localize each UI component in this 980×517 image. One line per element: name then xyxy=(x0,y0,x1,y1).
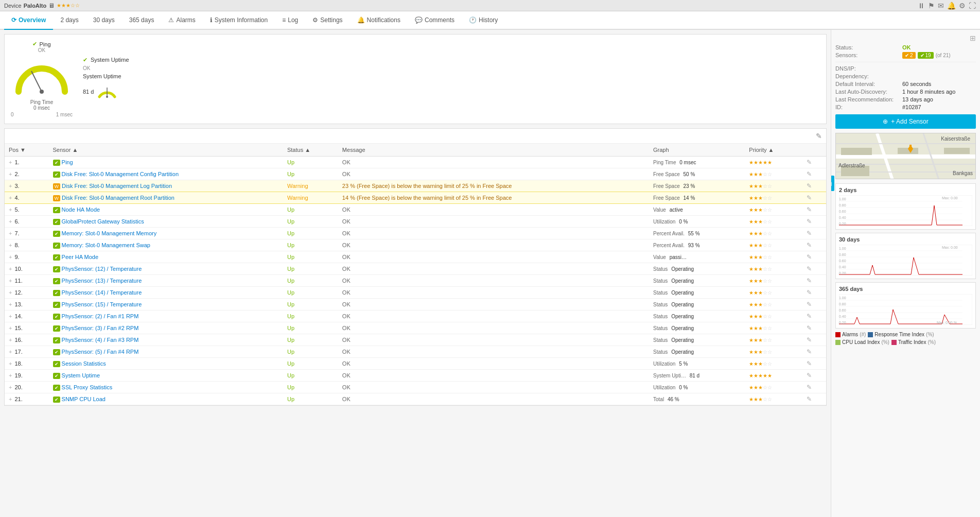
row-edit-icon[interactable]: ✎ xyxy=(807,170,812,178)
row-edit-icon[interactable]: ✎ xyxy=(807,384,812,391)
sensor-name-link[interactable]: PhysSensor: (5) / Fan #4 RPM xyxy=(62,349,139,355)
pause-icon[interactable]: ⏸ xyxy=(918,2,925,10)
drag-handle[interactable]: + xyxy=(9,218,12,225)
sensor-name-link[interactable]: GlobalProtect Gateway Statistics xyxy=(62,218,144,225)
col-pos[interactable]: Pos ▼ xyxy=(5,144,49,157)
row-edit-icon[interactable]: ✎ xyxy=(807,324,812,332)
sensor-name-link[interactable]: Ping xyxy=(62,159,73,165)
tab-2days[interactable]: 2 days xyxy=(53,11,85,30)
bell-icon[interactable]: 🔔 xyxy=(947,2,956,10)
drag-handle[interactable]: + xyxy=(9,278,12,284)
drag-handle[interactable]: + xyxy=(9,325,12,331)
row-edit-icon[interactable]: ✎ xyxy=(807,182,812,189)
sensor-name-link[interactable]: PhysSensor: (13) / Temperature xyxy=(62,278,142,284)
drag-handle[interactable]: + xyxy=(9,360,12,367)
drag-handle[interactable]: + xyxy=(9,254,12,260)
flag-icon[interactable]: ⚑ xyxy=(928,2,935,10)
sensor-name-link[interactable]: PhysSensor: (14) / Temperature xyxy=(62,289,142,296)
drag-handle[interactable]: + xyxy=(9,266,12,272)
cell-priority: ★★★☆☆ xyxy=(745,192,802,204)
col-sensor[interactable]: Sensor ▲ xyxy=(49,144,283,157)
sensor-name-link[interactable]: Memory: Slot-0 Management Swap xyxy=(62,242,150,248)
tab-log[interactable]: ≡ Log xyxy=(275,11,305,30)
drag-handle[interactable]: + xyxy=(9,195,12,201)
drag-handle[interactable]: + xyxy=(9,349,12,355)
tab-history[interactable]: 🕐 History xyxy=(462,11,505,30)
star-rating[interactable]: ★★★☆☆ xyxy=(57,3,80,8)
sensor-name-link[interactable]: Disk Free: Slot-0 Management Log Partiti… xyxy=(62,183,172,189)
drag-handle[interactable]: + xyxy=(9,289,12,296)
tab-settings[interactable]: ⚙ Settings xyxy=(305,11,349,30)
add-sensor-button[interactable]: ⊕ + Add Sensor xyxy=(835,114,976,129)
row-edit-icon[interactable]: ✎ xyxy=(807,395,812,403)
row-edit-icon[interactable]: ✎ xyxy=(807,206,812,213)
tab-alarms[interactable]: ⚠ Alarms xyxy=(161,11,202,30)
row-edit-icon[interactable]: ✎ xyxy=(807,313,812,320)
tab-sysinfo[interactable]: ℹ System Information xyxy=(203,11,275,30)
drag-handle[interactable]: + xyxy=(9,313,12,319)
sensor-name-link[interactable]: PhysSensor: (15) / Temperature xyxy=(62,301,142,307)
drag-handle[interactable]: + xyxy=(9,396,12,402)
priority-stars: ★★★ xyxy=(749,325,763,331)
row-edit-icon[interactable]: ✎ xyxy=(807,289,812,296)
col-priority[interactable]: Priority ▲ xyxy=(745,144,802,157)
row-edit-icon[interactable]: ✎ xyxy=(807,242,812,249)
row-edit-icon[interactable]: ✎ xyxy=(807,194,812,201)
sensor-name-link[interactable]: PhysSensor: (3) / Fan #2 RPM xyxy=(62,325,139,331)
sensor-name-link[interactable]: Disk Free: Slot-0 Management Config Part… xyxy=(62,171,179,177)
row-edit-icon[interactable]: ✎ xyxy=(807,159,812,166)
drag-handle[interactable]: + xyxy=(9,183,12,189)
drag-handle[interactable]: + xyxy=(9,301,12,307)
graph-label: Status xyxy=(653,325,668,331)
row-edit-icon[interactable]: ✎ xyxy=(807,277,812,284)
cell-priority: ★★★★★ xyxy=(745,157,802,168)
row-edit-icon[interactable]: ✎ xyxy=(807,230,812,237)
sensor-name-link[interactable]: PhysSensor: (4) / Fan #3 RPM xyxy=(62,337,139,343)
tab-30days[interactable]: 30 days xyxy=(86,11,122,30)
mail-icon[interactable]: ✉ xyxy=(938,2,944,10)
col-status[interactable]: Status ▲ xyxy=(283,144,338,157)
right-panel-grid-icon[interactable]: ⊞ xyxy=(970,34,976,42)
sensor-name-link[interactable]: SNMP CPU Load xyxy=(62,396,106,402)
sensor-name-link[interactable]: SSL Proxy Statistics xyxy=(62,384,113,390)
drag-handle[interactable]: + xyxy=(9,337,12,343)
cell-priority: ★★★☆☆ xyxy=(745,299,802,311)
sensor-name-link[interactable]: Session Statistics xyxy=(62,360,106,367)
sensor-name-link[interactable]: PhysSensor: (2) / Fan #1 RPM xyxy=(62,313,139,319)
cell-status: Up xyxy=(283,370,338,382)
sensor-name-link[interactable]: Disk Free: Slot-0 Management Root Partit… xyxy=(62,195,174,201)
row-edit-icon[interactable]: ✎ xyxy=(807,348,812,355)
drag-handle[interactable]: + xyxy=(9,384,12,390)
row-edit-icon[interactable]: ✎ xyxy=(807,336,812,343)
sensor-name-link[interactable]: Node HA Mode xyxy=(62,206,100,213)
col-message[interactable]: Message xyxy=(338,144,649,157)
row-edit-icon[interactable]: ✎ xyxy=(807,360,812,367)
drag-handle[interactable]: + xyxy=(9,159,12,165)
sensor-name-link[interactable]: System Uptime xyxy=(62,372,100,378)
cell-priority: ★★★☆☆ xyxy=(745,382,802,393)
sensor-name-link[interactable]: Memory: Slot-0 Management Memory xyxy=(62,230,157,236)
table-edit-icon[interactable]: ✎ xyxy=(816,132,822,140)
tab-365days[interactable]: 365 days xyxy=(122,11,162,30)
tab-overview[interactable]: ⟳ Overview xyxy=(4,11,53,30)
cell-sensor: ✔ SNMP CPU Load xyxy=(49,393,283,405)
col-graph[interactable]: Graph xyxy=(649,144,745,157)
sensor-name-link[interactable]: Peer HA Mode xyxy=(62,254,99,260)
row-edit-icon[interactable]: ✎ xyxy=(807,218,812,225)
sensor-name-link[interactable]: PhysSensor: (12) / Temperature xyxy=(62,266,142,272)
scroll-left-button[interactable]: ◀ xyxy=(831,176,834,191)
row-edit-icon[interactable]: ✎ xyxy=(807,265,812,272)
row-edit-icon[interactable]: ✎ xyxy=(807,301,812,308)
expand-icon[interactable]: ⛶ xyxy=(969,2,976,10)
gear-icon[interactable]: ⚙ xyxy=(959,2,966,10)
drag-handle[interactable]: + xyxy=(9,206,12,213)
tab-notifications[interactable]: 🔔 Notifications xyxy=(350,11,408,30)
drag-handle[interactable]: + xyxy=(9,372,12,378)
tab-comments[interactable]: 💬 Comments xyxy=(408,11,462,30)
drag-handle[interactable]: + xyxy=(9,242,12,248)
drag-handle[interactable]: + xyxy=(9,171,12,177)
row-edit-icon[interactable]: ✎ xyxy=(807,253,812,261)
row-edit-icon[interactable]: ✎ xyxy=(807,372,812,379)
drag-handle[interactable]: + xyxy=(9,230,12,236)
cell-edit: ✎ xyxy=(802,358,826,370)
